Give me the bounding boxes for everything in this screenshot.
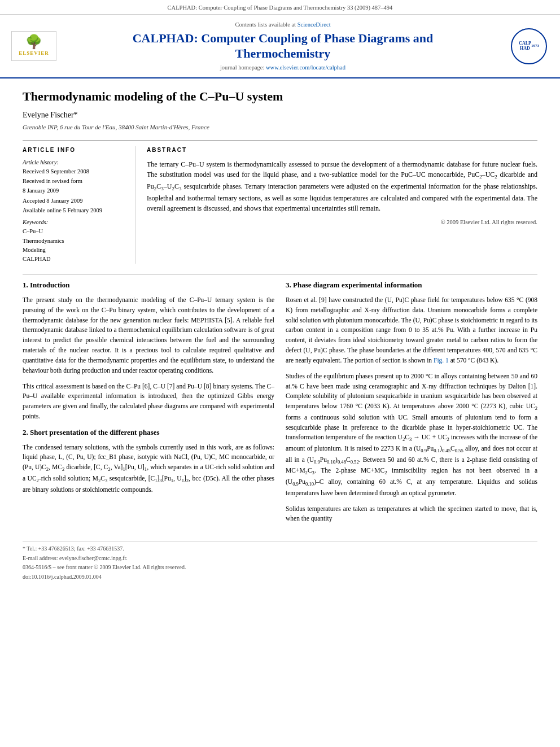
- calphad-circle: CALPHAD1973: [511, 28, 547, 64]
- article-info-panel: ARTICLE INFO Article history: Received 9…: [23, 146, 135, 264]
- footnote-2: E-mail address: evelyne.fischer@cmtc.inp…: [23, 554, 537, 563]
- journal-title: CALPHAD: Computer Coupling of Phase Diag…: [62, 31, 504, 61]
- section1-para2: This critical assessment is based on the…: [23, 382, 274, 422]
- history-accepted: Accepted 8 January 2009: [23, 196, 127, 205]
- section1-title: 1. Introduction: [23, 280, 274, 291]
- citation-text: CALPHAD: Computer Coupling of Phase Diag…: [168, 5, 393, 11]
- footer-doi: doi:10.1016/j.calphad.2009.01.004: [23, 573, 537, 582]
- section3-para1: Rosen et al. [9] have constructed the (U…: [286, 295, 537, 366]
- keyword-1: C–Pu–U: [23, 227, 127, 235]
- abstract-copyright: © 2009 Elsevier Ltd. All rights reserved…: [147, 218, 537, 226]
- keyword-4: CALPHAD: [23, 255, 127, 263]
- footnote-1: * Tel.: +33 476826513; fax: +33 47663153…: [23, 545, 537, 553]
- column-left: 1. Introduction The present study on the…: [23, 280, 274, 530]
- abstract-text: The ternary C–Pu–U system is thermodynam…: [147, 159, 537, 213]
- history-revised: Received in revised form: [23, 177, 127, 185]
- article-meta: ARTICLE INFO Article history: Received 9…: [23, 146, 537, 264]
- page-footer: * Tel.: +33 476826513; fax: +33 47663153…: [23, 541, 537, 581]
- column-right: 3. Phase diagram experimental informatio…: [286, 280, 537, 530]
- section2-title: 2. Short presentation of the different p…: [23, 427, 274, 438]
- divider-2: [23, 274, 537, 274]
- history-revised-date: 8 January 2009: [23, 186, 127, 195]
- journal-citation-bar: CALPHAD: Computer Coupling of Phase Diag…: [0, 0, 560, 15]
- calphad-logo: CALPHAD1973: [509, 28, 549, 64]
- section1-para1: The present study on the thermodynamic m…: [23, 295, 274, 376]
- footer-copyright: 0364-5916/$ – see front matter © 2009 El…: [23, 563, 537, 572]
- contents-line: Contents lists available at ScienceDirec…: [62, 20, 504, 29]
- article-affiliation: Grenoble INP, 6 rue du Tour de l'Eau, 38…: [23, 123, 537, 132]
- elsevier-tree-icon: 🌳: [25, 35, 42, 49]
- homepage-line: journal homepage: www.elsevier.com/locat…: [62, 63, 504, 72]
- journal-center: Contents lists available at ScienceDirec…: [62, 20, 504, 72]
- homepage-link[interactable]: www.elsevier.com/locate/calphad: [266, 64, 345, 71]
- section3-para3: Solidus temperatures are taken as temper…: [286, 504, 537, 525]
- keywords-label: Keywords:: [23, 218, 127, 226]
- history-label: Article history:: [23, 158, 127, 167]
- article-body: Thermodynamic modeling of the C–Pu–U sys…: [0, 78, 560, 593]
- section3-title: 3. Phase diagram experimental informatio…: [286, 280, 537, 291]
- journal-header: 🌳 ELSEVIER Contents lists available at S…: [0, 15, 560, 78]
- history-online: Available online 5 February 2009: [23, 206, 127, 215]
- elsevier-label: ELSEVIER: [19, 50, 49, 57]
- article-title: Thermodynamic modeling of the C–Pu–U sys…: [23, 89, 537, 105]
- article-info-heading: ARTICLE INFO: [23, 146, 127, 155]
- history-received: Received 9 September 2008: [23, 167, 127, 176]
- elsevier-logo: 🌳 ELSEVIER: [11, 31, 56, 61]
- fig1-link[interactable]: Fig. 1: [434, 357, 449, 364]
- divider-1: [23, 140, 537, 141]
- article-abstract-panel: ABSTRACT The ternary C–Pu–U system is th…: [147, 146, 537, 264]
- keyword-3: Modeling: [23, 246, 127, 254]
- section2-para1: The condensed ternary solutions, with th…: [23, 443, 274, 495]
- sciencedirect-link[interactable]: ScienceDirect: [298, 21, 331, 28]
- abstract-heading: ABSTRACT: [147, 146, 537, 155]
- keyword-2: Thermodynamics: [23, 237, 127, 245]
- keywords-list: C–Pu–U Thermodynamics Modeling CALPHAD: [23, 227, 127, 263]
- section3-para2: Studies of the equilibrium phases presen…: [286, 372, 537, 499]
- main-content: 1. Introduction The present study on the…: [23, 280, 537, 530]
- article-author: Evelyne Fischer*: [23, 110, 537, 121]
